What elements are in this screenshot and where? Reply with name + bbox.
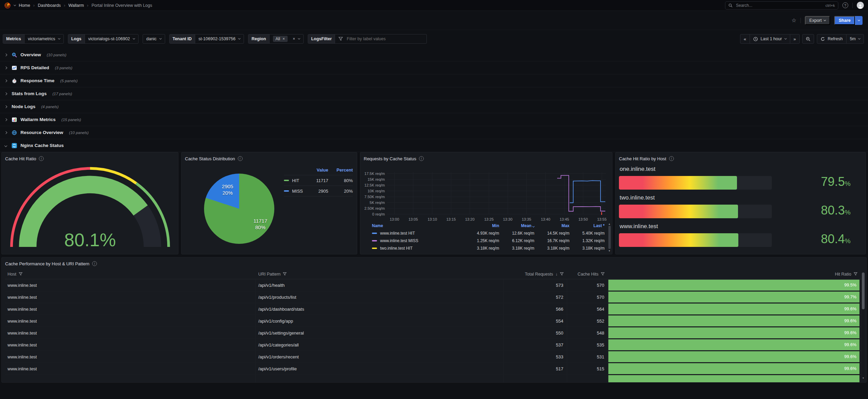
bar-gauge-track[interactable] [619, 233, 772, 247]
scrollbar-thumb[interactable] [862, 272, 865, 309]
filter-funnel-icon[interactable] [854, 272, 857, 276]
info-icon[interactable]: i [92, 261, 97, 266]
table-row[interactable]: www.inline.test /api/v1/settings/general… [5, 327, 863, 339]
info-icon[interactable]: i [238, 156, 243, 161]
global-search[interactable]: ctrl+k [725, 1, 838, 10]
info-icon[interactable]: i [39, 156, 44, 161]
legend-scrollbar[interactable]: ▲▼ [608, 223, 611, 252]
export-button[interactable]: Export [805, 16, 830, 25]
logsfilter-input-wrap [335, 34, 426, 43]
column-header-total-requests[interactable]: Total Requests ↓ [504, 269, 567, 279]
dashboard-rows: Overview (10 panels) RPS Detailed (3 pan… [0, 48, 868, 152]
clear-all-icon[interactable]: × [293, 36, 295, 41]
legend-row[interactable]: www.inline.test MISS 1.25K req/m 6.12K r… [364, 237, 610, 245]
logsfilter-input[interactable] [346, 36, 423, 42]
zoom-out-button[interactable] [802, 34, 814, 44]
chevron-down-icon [58, 37, 60, 40]
legend-row[interactable]: www.inline.test HIT 4.93K req/m 12.6K re… [364, 230, 610, 237]
panel-header[interactable]: Cache Status Distribution i [185, 155, 353, 162]
share-button[interactable]: Share [834, 16, 855, 25]
svg-text:13:25: 13:25 [484, 217, 494, 221]
scrollbar-thumb[interactable] [608, 226, 611, 249]
nav-menu-chevron-icon[interactable] [14, 3, 16, 6]
refresh-interval-picker[interactable]: 5m [846, 34, 864, 44]
section-row-resource-overview[interactable]: Resource Overview (10 panels) [0, 126, 868, 139]
variable-logsfilter-label: LogsFilter [308, 34, 335, 43]
variable-region-value[interactable]: All× × [270, 34, 303, 43]
variable-tenant: Tenant ID st-106902-1539756 [169, 34, 244, 44]
breadcrumb-folder[interactable]: Wallarm [68, 3, 84, 8]
refresh-button[interactable]: Refresh [817, 34, 847, 44]
pie-legend-col-percent[interactable]: Percent [328, 167, 353, 173]
region-selected-pill[interactable]: All× [273, 36, 288, 42]
share-menu-button[interactable] [855, 16, 863, 25]
table-row[interactable]: www.inline.test /api/v1/health 573 570 9… [5, 279, 863, 291]
panel-header[interactable]: Requests by Cache Status i [364, 155, 609, 162]
breadcrumb-home[interactable]: Home [19, 3, 30, 8]
time-range-picker[interactable]: Last 1 hour [750, 34, 790, 44]
variable-env-value[interactable]: danic [143, 34, 165, 43]
table-scrollbar[interactable]: ▼ [862, 272, 865, 380]
table-row[interactable]: www.inline.test /api/v1/products/list 57… [5, 291, 863, 303]
scroll-down-icon[interactable]: ▼ [608, 250, 611, 252]
breadcrumb-dashboards[interactable]: Dashboards [38, 3, 61, 8]
filter-funnel-icon[interactable] [560, 272, 564, 276]
variable-metrics-value[interactable]: victoriametrics [25, 34, 63, 43]
timeseries-chart[interactable]: 17.5K req/m15K req/m12.5K req/m10K req/m… [364, 165, 607, 223]
pie-legend-col-value[interactable]: Value [306, 167, 328, 173]
scroll-up-icon[interactable]: ▲ [608, 223, 611, 225]
filter-funnel-icon[interactable] [283, 272, 287, 276]
search-input[interactable] [735, 3, 823, 8]
column-header-hit-ratio[interactable]: Hit Ratio [608, 269, 863, 279]
panel-header[interactable]: Cache Performance by Host & URI Pattern … [5, 260, 863, 267]
section-row-response-time[interactable]: Response Time (5 panels) [0, 74, 868, 87]
section-row-node-logs[interactable]: Node Logs (4 panels) [0, 100, 868, 113]
legend-col-last[interactable]: Last * [569, 223, 605, 228]
time-shift-forward-button[interactable]: » [790, 34, 800, 44]
cell-ratio: 99.6% [844, 319, 856, 323]
info-icon[interactable]: i [419, 156, 424, 161]
table-row[interactable]: www.inline.test /api/v1/dashboard/stats … [5, 303, 863, 315]
time-shift-back-button[interactable]: « [740, 34, 750, 44]
grafana-logo-icon[interactable] [4, 2, 11, 9]
cell-host: www.inline.test [5, 279, 256, 291]
column-header-uri[interactable]: URI Pattern [256, 269, 504, 279]
column-header-cache-hits[interactable]: Cache Hits [567, 269, 608, 279]
pie-slice-label-hit: 11717 80% [245, 218, 276, 231]
panel-header[interactable]: Cache Hit Ratio i [5, 155, 175, 162]
section-panel-count: (17 panels) [53, 92, 72, 96]
column-header-host[interactable]: Host [5, 269, 256, 279]
bar-gauge-track[interactable] [619, 205, 772, 218]
section-row-rps-detailed[interactable]: RPS Detailed (3 panels) [0, 61, 868, 74]
panel-header[interactable]: Cache Hit Ratio by Host i [619, 155, 862, 162]
pie-legend-row-miss[interactable]: MISS 2905 20% [284, 186, 353, 196]
legend-col-max[interactable]: Max [534, 223, 569, 228]
bar-gauge-track[interactable] [619, 176, 772, 190]
table-row[interactable]: www.inline.test /api/v1/config/app 554 5… [5, 315, 863, 327]
chevron-down-icon [858, 18, 860, 21]
pie-legend-row-hit[interactable]: HIT 11717 80% [284, 175, 353, 186]
variable-logs-value[interactable]: victorialogs-st-106902 [85, 34, 138, 43]
star-icon[interactable]: ☆ [792, 17, 796, 24]
section-row-nginx-cache-status[interactable]: Nginx Cache Status [0, 139, 868, 152]
legend-row[interactable]: two.inline.test HIT 3.18K req/m 3.18K re… [364, 245, 610, 252]
legend-col-name[interactable]: Name [364, 223, 464, 228]
table-row[interactable]: www.inline.test /api/v1/categories/all 5… [5, 339, 863, 351]
table-row[interactable]: www.inline.test /api/v1/orders/recent 53… [5, 351, 863, 363]
table-row[interactable]: www.inline.test /api/v1/users/profile 51… [5, 363, 863, 375]
info-icon[interactable]: i [669, 156, 674, 161]
legend-col-min[interactable]: Min [464, 223, 499, 228]
user-avatar[interactable] [857, 2, 864, 9]
section-row-wallarm-metrics[interactable]: Wallarm Metrics (15 panels) [0, 113, 868, 126]
legend-col-mean[interactable]: Mean [499, 223, 534, 228]
variable-tenant-value[interactable]: st-106902-1539756 [195, 34, 244, 43]
filter-funnel-icon[interactable] [19, 272, 23, 276]
scroll-down-icon[interactable]: ▼ [862, 377, 865, 380]
filter-funnel-icon[interactable] [601, 272, 605, 276]
remove-tag-icon[interactable]: × [283, 36, 285, 41]
section-row-stats-from-logs[interactable]: Stats from Logs (17 panels) [0, 87, 868, 100]
section-row-overview[interactable]: Overview (10 panels) [0, 48, 868, 61]
help-icon[interactable]: ? [842, 2, 848, 8]
bar-chart-icon [12, 117, 17, 122]
cell-ratio: 99.6% [844, 354, 856, 359]
